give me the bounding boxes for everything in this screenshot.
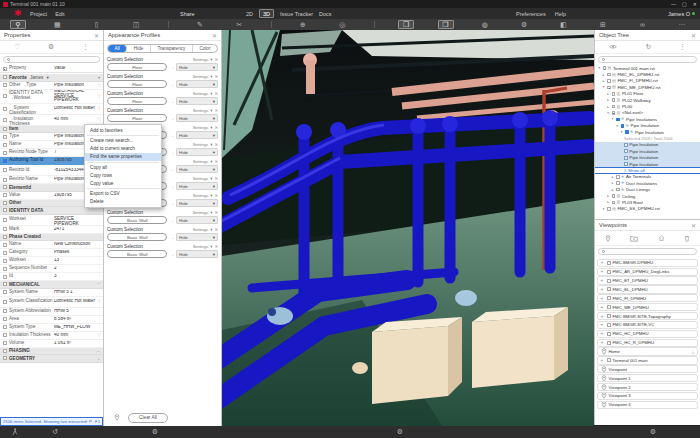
expander-plus-icon[interactable]: + (601, 305, 605, 310)
chevron-down-icon[interactable]: ▾ (210, 142, 212, 147)
mode-tab-issue-tracker[interactable]: Issue Tracker (280, 11, 313, 17)
property-row[interactable]: Workset13 (0, 257, 103, 265)
viewpoint-item[interactable]: Home⌂ (597, 347, 698, 355)
row-checkbox[interactable] (3, 143, 7, 147)
expander-icon[interactable]: ▾ (611, 117, 615, 121)
viewpoint-item[interactable]: Viewpoint (597, 365, 698, 373)
row-checkbox[interactable] (3, 185, 7, 189)
tab-all[interactable]: All (108, 45, 127, 52)
expander-icon[interactable]: ▸ (611, 181, 615, 185)
chevron-down-icon[interactable]: ▾ (210, 108, 212, 113)
property-row[interactable]: Other →TypePipe Insulation♡ (0, 82, 103, 90)
entry-action-select[interactable]: Hide▾ (176, 131, 218, 139)
entry-action-select[interactable]: Hide▾ (176, 250, 218, 258)
entry-close-icon[interactable]: ✕ (214, 210, 218, 215)
device-icon[interactable]: ▯ (89, 20, 105, 29)
entry-action-select[interactable]: Hide▾ (176, 216, 218, 224)
entry-action-select[interactable]: Hide▾ (176, 165, 218, 173)
new-folder-icon[interactable] (630, 235, 638, 242)
row-checkbox[interactable] (3, 201, 7, 205)
entry-action-select[interactable]: Hide▾ (176, 63, 218, 71)
entry-settings-button[interactable]: Settings (193, 108, 209, 113)
refresh-icon[interactable]: ↻ (646, 43, 651, 51)
row-checkbox[interactable] (3, 349, 7, 353)
entry-close-icon[interactable]: ✕ (214, 193, 218, 198)
entry-source-pill[interactable]: Basic Wall (107, 216, 167, 224)
tree-checkbox[interactable] (607, 73, 611, 77)
row-checkbox[interactable] (3, 251, 7, 255)
expander-icon[interactable]: ▾ (606, 111, 610, 115)
mode-tab-docs[interactable]: Docs (319, 11, 332, 17)
entry-close-icon[interactable]: ✕ (214, 227, 218, 232)
expander-icon[interactable]: ▸ (606, 98, 610, 102)
property-row[interactable]: WorksetMECHANICAL SERVICE PIPEWORK (0, 215, 103, 226)
tree-checkbox[interactable] (607, 207, 611, 211)
menu-help[interactable]: Help (555, 11, 566, 17)
record-icon[interactable]: ◎ (334, 20, 350, 29)
entry-close-icon[interactable]: ✕ (214, 176, 218, 181)
entry-source-pill[interactable]: Floor (107, 63, 167, 71)
expander-plus-icon[interactable]: + (601, 331, 605, 336)
section-cut-icon[interactable]: ✂ (231, 20, 247, 29)
section-collapse-icon[interactable]: ⌃ (97, 282, 103, 287)
row-checkbox[interactable] (3, 267, 7, 271)
favorite-heart-icon[interactable]: ♡ (96, 333, 103, 338)
share-button[interactable]: Share (180, 8, 195, 19)
tree-checkbox[interactable] (612, 98, 616, 102)
viewpoint-checkbox[interactable] (607, 314, 611, 318)
viewport-3d[interactable] (222, 30, 594, 426)
entry-close-icon[interactable]: ✕ (214, 108, 218, 113)
close-icon[interactable]: ✕ (691, 222, 696, 229)
viewpoint-item[interactable]: Viewpoint 1 (597, 374, 698, 382)
row-checkbox[interactable] (3, 218, 7, 222)
expander-icon[interactable]: ▾ (602, 85, 606, 89)
menu-project[interactable]: Project (30, 11, 47, 17)
favorite-heart-icon[interactable]: ♡ (96, 299, 103, 304)
viewpoint-checkbox[interactable] (607, 341, 611, 345)
viewpoint-item[interactable]: +Terminal 001 main (597, 356, 698, 364)
viewpoint-item[interactable]: Viewpoint 3 (597, 392, 698, 400)
expander-icon[interactable]: ▸ (606, 105, 610, 109)
expander-plus-icon[interactable]: + (601, 322, 605, 327)
tree-checkbox[interactable] (616, 181, 620, 185)
tree-checkbox[interactable] (612, 194, 616, 198)
column-value[interactable]: Value (54, 66, 103, 71)
viewpoint-checkbox[interactable] (607, 287, 611, 291)
maximize-button[interactable]: ▢ (682, 1, 687, 7)
viewpoint-item[interactable]: Viewpoint 4 (597, 401, 698, 409)
close-button[interactable]: ✕ (693, 1, 697, 7)
entry-action-select[interactable]: Hide▾ (176, 182, 218, 190)
property-row[interactable]: System ClassificationDomestic Hot Water♡ (0, 297, 103, 308)
expander-icon[interactable]: ▾ (597, 66, 601, 70)
folder-add-icon[interactable]: ⊞ (595, 20, 611, 29)
expander-plus-icon[interactable]: + (601, 358, 605, 363)
favorite-user-dropdown[interactable]: James▾ (30, 75, 49, 80)
row-checkbox[interactable] (3, 282, 7, 286)
trash-icon[interactable] (684, 235, 690, 242)
entry-source-pill[interactable]: Basic Wall (107, 233, 167, 241)
chevron-down-icon[interactable]: ▾ (210, 244, 212, 249)
row-checkbox[interactable] (3, 151, 7, 155)
context-menu-item[interactable]: Delete (85, 198, 161, 206)
context-menu-item[interactable]: Create new search... (85, 137, 161, 145)
viewpoint-item[interactable]: +FMC_HC_DPMHU (597, 330, 698, 338)
walk-mode-icon[interactable] (8, 426, 22, 438)
row-checkbox[interactable] (3, 159, 7, 163)
tree-checkbox[interactable] (621, 124, 625, 128)
row-checkbox[interactable] (3, 259, 7, 263)
row-checkbox[interactable] (3, 341, 7, 345)
entry-action-select[interactable]: Hide▾ (176, 114, 218, 122)
entry-source-pill[interactable]: Floor (107, 114, 167, 122)
viewpoint-item[interactable]: +FMC_EL_DPMHU (597, 285, 698, 293)
chart-icon[interactable]: ◫ (128, 20, 144, 29)
entry-close-icon[interactable]: ✕ (214, 142, 218, 147)
row-checkbox[interactable] (3, 325, 7, 329)
gear-folder-icon[interactable]: ⚙ (516, 20, 532, 29)
entry-settings-button[interactable]: Settings (193, 244, 209, 249)
property-row[interactable]: Id3 (0, 273, 103, 281)
entry-close-icon[interactable]: ✕ (214, 244, 218, 249)
context-menu-item[interactable]: Copy all (85, 163, 161, 171)
viewpoint-checkbox[interactable] (607, 358, 611, 362)
entry-action-select[interactable]: Hide▾ (176, 233, 218, 241)
properties-search-input[interactable] (3, 56, 100, 63)
